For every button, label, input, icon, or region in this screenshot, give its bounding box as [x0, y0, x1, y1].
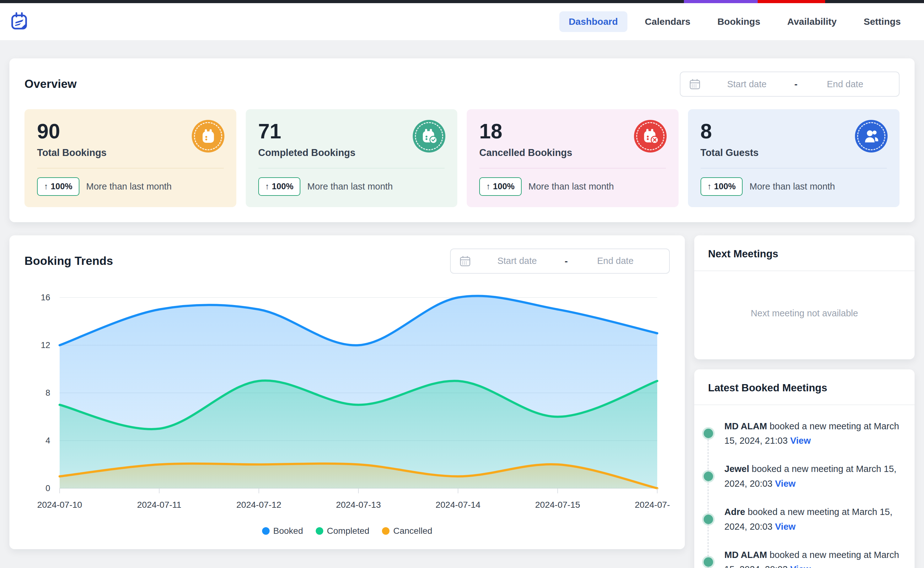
latest-booked-meetings-panel: Latest Booked Meetings MD ALAM booked a …	[694, 369, 915, 568]
legend-item-completed[interactable]: Completed	[316, 526, 369, 536]
end-date-placeholder[interactable]: End date	[799, 79, 891, 89]
meeting-list-item: Adre booked a new meeting at March 15, 2…	[704, 505, 902, 534]
meetings-timeline: MD ALAM booked a new meeting at March 15…	[694, 405, 915, 568]
stat-card-total-bookings: 90 Total Bookings ↑100% More than last m…	[24, 109, 236, 207]
booking-text: booked a new meeting at March 15, 2024, …	[725, 507, 892, 531]
users-icon	[855, 120, 888, 153]
trends-date-range-picker[interactable]: Start date - End date	[450, 249, 670, 273]
view-link[interactable]: View	[775, 521, 796, 532]
legend-item-cancelled[interactable]: Cancelled	[382, 526, 432, 536]
card-divider	[479, 168, 666, 169]
booking-trends-section: Booking Trends Start date - End date 161…	[9, 236, 685, 549]
calendar-check-icon	[413, 120, 445, 153]
top-navbar: Dashboard Calendars Bookings Availabilit…	[0, 3, 924, 40]
timeline-dot-icon	[704, 515, 713, 524]
app-logo-calendar-icon[interactable]	[8, 11, 30, 33]
growth-percent: 100%	[493, 182, 515, 192]
stat-card-cancelled-bookings: 18 Cancelled Bookings ↑100% More than la…	[467, 109, 679, 207]
next-meetings-title: Next Meetings	[694, 236, 915, 270]
overview-date-range-picker[interactable]: Start date - End date	[680, 71, 900, 97]
card-divider	[37, 168, 224, 169]
card-divider	[701, 168, 887, 169]
nav-tab-settings[interactable]: Settings	[854, 11, 910, 32]
up-arrow-icon: ↑	[486, 182, 491, 192]
calendar-icon	[459, 255, 471, 267]
svg-text:2024-07-12: 2024-07-12	[236, 500, 281, 510]
svg-text:2024-07-14: 2024-07-14	[436, 500, 480, 510]
calendar-icon	[192, 120, 224, 153]
view-link[interactable]: View	[775, 479, 796, 489]
calendar-icon	[688, 78, 701, 91]
legend-item-booked[interactable]: Booked	[262, 526, 303, 536]
dashboard-page: Overview Start date - End date 90	[0, 58, 924, 568]
timeline-dot-icon	[704, 557, 713, 567]
booking-text: booked a new meeting at March 15, 2024, …	[725, 464, 896, 488]
card-divider	[258, 168, 445, 169]
growth-note: More than last month	[307, 181, 393, 192]
booking-trends-title: Booking Trends	[24, 254, 113, 268]
overview-title: Overview	[24, 77, 77, 91]
main-nav: Dashboard Calendars Bookings Availabilit…	[559, 11, 910, 32]
legend-dot-icon	[316, 527, 323, 535]
meeting-list-item: MD ALAM booked a new meeting at March 15…	[704, 419, 902, 448]
chart-legend: BookedCompletedCancelled	[24, 526, 670, 536]
nav-tab-bookings[interactable]: Bookings	[708, 11, 770, 32]
accent-segment-purple	[684, 0, 758, 3]
date-range-separator: -	[793, 79, 799, 89]
stat-card-completed-bookings: 71 Completed Bookings ↑100% More than la…	[246, 109, 457, 207]
overview-section: Overview Start date - End date 90	[9, 58, 915, 222]
calendar-cancel-icon	[634, 120, 667, 153]
view-link[interactable]: View	[790, 435, 811, 446]
growth-note: More than last month	[86, 181, 172, 192]
svg-text:2024-07-13: 2024-07-13	[336, 500, 381, 510]
total-guests-label: Total Guests	[701, 147, 887, 159]
up-arrow-icon: ↑	[265, 182, 270, 192]
date-range-separator: -	[563, 256, 570, 266]
stat-card-total-guests: 8 Total Guests ↑100% More than last mont…	[688, 109, 900, 207]
growth-percent: 100%	[714, 182, 736, 192]
nav-tab-calendars[interactable]: Calendars	[636, 11, 700, 32]
growth-badge: ↑100%	[701, 177, 743, 196]
booker-name: Adre	[725, 507, 745, 517]
nav-tab-availability[interactable]: Availability	[778, 11, 846, 32]
svg-text:2024-07-15: 2024-07-15	[535, 500, 580, 510]
legend-label: Cancelled	[393, 526, 432, 536]
growth-note: More than last month	[749, 181, 835, 192]
booking-trends-chart: 16128402024-07-102024-07-112024-07-12202…	[24, 282, 670, 524]
timeline-dot-icon	[704, 472, 713, 481]
svg-text:2024-07-10: 2024-07-10	[37, 500, 82, 510]
next-meetings-panel: Next Meetings Next meeting not available	[694, 236, 915, 359]
svg-text:0: 0	[45, 483, 50, 493]
start-date-placeholder[interactable]: Start date	[471, 256, 563, 266]
svg-text:4: 4	[45, 436, 50, 445]
legend-label: Booked	[273, 526, 303, 536]
svg-text:2024-07-11: 2024-07-11	[137, 500, 181, 510]
stat-cards-row: 90 Total Bookings ↑100% More than last m…	[24, 109, 900, 207]
nav-tab-dashboard[interactable]: Dashboard	[559, 11, 627, 32]
svg-text:16: 16	[41, 293, 50, 302]
up-arrow-icon: ↑	[707, 182, 712, 192]
growth-badge: ↑100%	[258, 177, 301, 196]
booker-name: MD ALAM	[725, 550, 767, 560]
view-link[interactable]: View	[790, 564, 811, 568]
growth-badge: ↑100%	[479, 177, 522, 196]
start-date-placeholder[interactable]: Start date	[701, 79, 793, 89]
accent-segment-red	[758, 0, 825, 3]
growth-percent: 100%	[272, 182, 293, 192]
meeting-list-item: MD ALAM booked a new meeting at March 15…	[704, 548, 902, 568]
latest-booked-meetings-title: Latest Booked Meetings	[694, 369, 915, 405]
end-date-placeholder[interactable]: End date	[570, 256, 661, 266]
svg-text:12: 12	[41, 340, 50, 350]
booker-name: MD ALAM	[725, 421, 767, 431]
legend-dot-icon	[262, 527, 270, 535]
right-sidebar: Next Meetings Next meeting not available…	[694, 236, 915, 568]
booker-name: Jewel	[725, 464, 749, 474]
svg-text:2024-07-16: 2024-07-16	[635, 500, 670, 510]
growth-percent: 100%	[51, 182, 72, 192]
meeting-list-item: Jewel booked a new meeting at March 15, …	[704, 462, 902, 491]
timeline-dot-icon	[704, 429, 713, 438]
total-bookings-label: Total Bookings	[37, 147, 224, 159]
browser-accent-bar	[0, 0, 924, 3]
legend-dot-icon	[382, 527, 390, 535]
up-arrow-icon: ↑	[44, 182, 48, 192]
